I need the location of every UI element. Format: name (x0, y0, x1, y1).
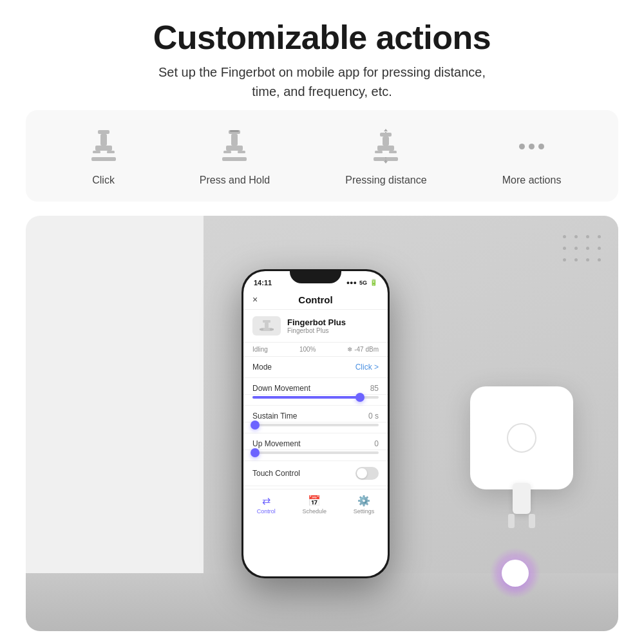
mode-value: Click > (355, 363, 379, 372)
action-press-hold[interactable]: Press and Hold (200, 126, 270, 186)
bottom-section: 14:11 ●●● 5G 🔋 × Control (26, 216, 618, 631)
action-more[interactable]: More actions (502, 126, 562, 186)
svg-rect-11 (222, 157, 247, 161)
slider-thumb-3[interactable] (251, 448, 260, 457)
mode-row[interactable]: Mode Click > (243, 357, 388, 378)
up-movement-label: Up Movement (252, 439, 301, 448)
close-button[interactable]: × (252, 294, 258, 305)
svg-rect-17 (389, 151, 397, 153)
phone-outer: 14:11 ●●● 5G 🔋 × Control (242, 269, 390, 578)
svg-rect-9 (223, 151, 231, 153)
slider-thumb-2[interactable] (251, 421, 260, 430)
settings-nav-label: Settings (354, 508, 375, 515)
svg-rect-12 (230, 130, 239, 132)
page-title: Customizable actions (153, 19, 491, 56)
schedule-nav-label: Schedule (302, 508, 327, 515)
click-label: Click (92, 175, 115, 186)
device-stats: Idling 100% ❄ -47 dBm (243, 343, 388, 357)
svg-rect-2 (95, 146, 112, 151)
down-movement-label: Down Movement (252, 384, 310, 393)
fingerbot-arm (506, 483, 538, 528)
phone-nav-bar: × Control (243, 290, 388, 310)
svg-rect-4 (107, 151, 115, 153)
more-actions-icon (511, 126, 553, 167)
up-movement-slider[interactable] (243, 450, 388, 461)
press-hold-label: Press and Hold (200, 175, 270, 186)
svg-marker-22 (384, 161, 388, 164)
svg-rect-26 (260, 328, 263, 330)
nav-settings[interactable]: ⚙️ Settings (354, 495, 375, 515)
device-battery: 100% (299, 346, 316, 353)
slider-track-3 (252, 451, 379, 454)
arm-body (513, 483, 531, 514)
sustain-time-label: Sustain Time (252, 412, 297, 421)
svg-rect-1 (100, 134, 107, 146)
network-type: 5G (359, 279, 367, 286)
svg-rect-24 (265, 323, 269, 328)
click-icon (83, 126, 124, 167)
phone-mockup: 14:11 ●●● 5G 🔋 × Control (242, 269, 390, 578)
fingerbot-base-inner (502, 560, 529, 587)
slider-thumb-1[interactable] (355, 393, 365, 402)
up-movement-value: 0 (374, 439, 379, 448)
up-movement-row: Up Movement 0 (243, 433, 388, 450)
device-name: Fingerbot Plus (287, 317, 379, 327)
down-movement-value: 85 (370, 384, 379, 393)
phone-screen: 14:11 ●●● 5G 🔋 × Control (243, 271, 388, 576)
nav-title: Control (298, 294, 332, 305)
device-icon (252, 316, 281, 336)
nav-schedule[interactable]: 📅 Schedule (302, 495, 327, 515)
sustain-time-value: 0 s (368, 412, 379, 421)
fingerbot-body (470, 386, 573, 489)
svg-marker-20 (384, 129, 388, 131)
action-pressing-distance[interactable]: Pressing distance (345, 126, 426, 186)
svg-rect-15 (377, 146, 394, 151)
mode-label: Mode (252, 363, 272, 372)
svg-rect-27 (270, 328, 274, 330)
press-hold-icon (214, 126, 255, 167)
control-nav-label: Control (257, 508, 276, 515)
schedule-nav-icon: 📅 (308, 495, 321, 507)
slider-track-1 (252, 396, 379, 399)
page-wrapper: Customizable actions Set up the Fingerbo… (0, 0, 644, 644)
status-right: ●●● 5G 🔋 (346, 279, 377, 286)
sustain-time-slider[interactable] (243, 422, 388, 433)
device-signal: ❄ -47 dBm (347, 346, 379, 353)
fingerbot-illustration (374, 374, 599, 618)
device-section: Fingerbot Plus Fingerbot Plus (243, 310, 388, 343)
svg-rect-8 (226, 146, 243, 151)
actions-bar: Click Press and Hold (26, 110, 618, 202)
device-sub: Fingerbot Plus (287, 327, 379, 334)
svg-rect-16 (375, 151, 383, 153)
svg-rect-14 (383, 137, 389, 146)
toggle-knob (357, 468, 367, 478)
control-nav-icon: ⇄ (262, 495, 270, 507)
signal-text: ●●● (346, 279, 357, 286)
touch-control-row[interactable]: Touch Control (243, 461, 388, 486)
battery-icon: 🔋 (370, 279, 377, 286)
dot-pattern (563, 235, 605, 278)
nav-control[interactable]: ⇄ Control (257, 495, 276, 515)
device-status: Idling (252, 346, 268, 353)
svg-rect-23 (263, 320, 270, 323)
dot-3 (538, 144, 544, 149)
sustain-time-row: Sustain Time 0 s (243, 406, 388, 422)
fingerbot-button (507, 423, 536, 453)
down-movement-slider[interactable] (243, 395, 388, 406)
svg-rect-13 (380, 133, 392, 137)
slider-fill-1 (252, 396, 360, 399)
phone-notch (290, 269, 341, 283)
fork-right (529, 514, 535, 528)
pressing-distance-label: Pressing distance (345, 175, 426, 186)
more-actions-label: More actions (502, 175, 562, 186)
device-info: Fingerbot Plus Fingerbot Plus (287, 317, 379, 334)
action-click[interactable]: Click (83, 126, 124, 186)
dot-1 (519, 144, 525, 149)
svg-rect-3 (93, 151, 100, 153)
touch-control-toggle[interactable] (355, 467, 379, 480)
svg-rect-5 (91, 157, 116, 161)
arm-fork (506, 514, 538, 528)
fork-left (508, 514, 515, 528)
svg-rect-10 (238, 151, 245, 153)
svg-rect-0 (98, 130, 109, 134)
